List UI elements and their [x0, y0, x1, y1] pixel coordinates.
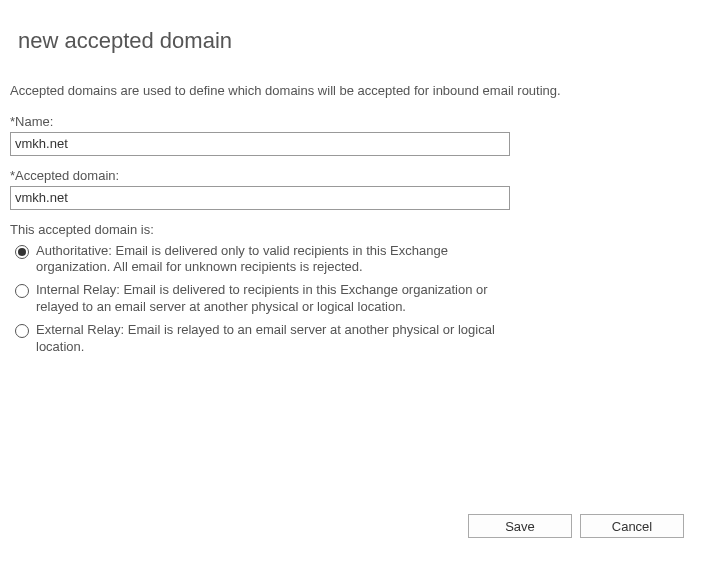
dialog-body: new accepted domain Accepted domains are… [0, 0, 714, 356]
domain-type-group-label: This accepted domain is: [10, 222, 704, 237]
cancel-button[interactable]: Cancel [580, 514, 684, 538]
page-title: new accepted domain [18, 28, 704, 54]
accepted-domain-label: *Accepted domain: [10, 168, 704, 183]
save-button[interactable]: Save [468, 514, 572, 538]
radio-option-external-relay[interactable]: External Relay: Email is relayed to an e… [15, 322, 515, 356]
accepted-domain-input[interactable] [10, 186, 510, 210]
radio-label-internal-relay: Internal Relay: Email is delivered to re… [36, 282, 515, 316]
radio-button-icon[interactable] [15, 324, 29, 338]
radio-option-internal-relay[interactable]: Internal Relay: Email is delivered to re… [15, 282, 515, 316]
radio-option-authoritative[interactable]: Authoritative: Email is delivered only t… [15, 243, 515, 277]
name-label: *Name: [10, 114, 704, 129]
radio-button-icon[interactable] [15, 284, 29, 298]
description-text: Accepted domains are used to define whic… [10, 82, 570, 100]
radio-button-icon[interactable] [15, 245, 29, 259]
name-input[interactable] [10, 132, 510, 156]
dialog-footer: Save Cancel [468, 514, 684, 538]
radio-label-authoritative: Authoritative: Email is delivered only t… [36, 243, 515, 277]
radio-label-external-relay: External Relay: Email is relayed to an e… [36, 322, 515, 356]
